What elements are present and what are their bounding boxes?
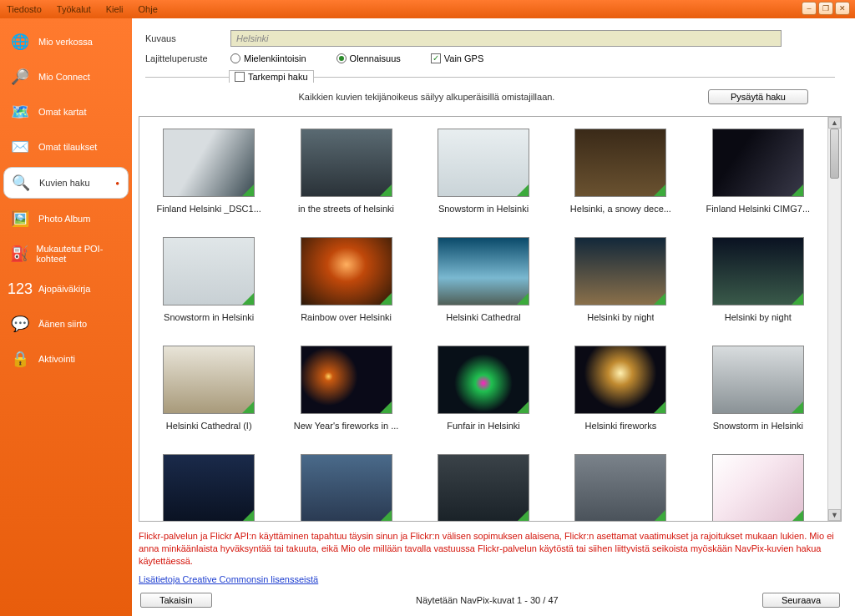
scroll-thumb[interactable] bbox=[830, 129, 839, 179]
window-controls: – ❐ ✕ bbox=[802, 2, 850, 15]
scroll-up-icon[interactable]: ▲ bbox=[828, 117, 841, 129]
sidebar-item-0[interactable]: 🌐Mio verkossa bbox=[3, 27, 129, 57]
thumbnail[interactable]: Finland Helsinki CIMG7... bbox=[694, 129, 822, 214]
thumbnail-image[interactable] bbox=[163, 237, 255, 305]
sidebar-item-label: Omat kartat bbox=[38, 107, 86, 117]
sidebar-item-label: Mukautetut POI-kohteet bbox=[36, 244, 124, 264]
thumbnail[interactable] bbox=[556, 454, 685, 521]
sort-option-1[interactable]: Olennaisuus bbox=[336, 53, 401, 63]
thumbnail-label: Helsinki Cathedral (I) bbox=[166, 421, 252, 431]
description-input[interactable] bbox=[230, 30, 782, 47]
sidebar-item-7[interactable]: 123Ajopäiväkirja bbox=[3, 274, 129, 304]
stop-search-button[interactable]: Pysäytä haku bbox=[708, 89, 808, 104]
thumbnail[interactable]: Funfair in Helsinki bbox=[419, 346, 548, 431]
back-button[interactable]: Takaisin bbox=[140, 593, 212, 608]
thumbnail-image[interactable] bbox=[574, 346, 666, 414]
thumbnail[interactable]: Snowstorm in Helsinki bbox=[419, 129, 548, 214]
menu-tools[interactable]: Työkalut bbox=[57, 4, 91, 14]
sort-option-label: Mielenkiintoisin bbox=[244, 53, 306, 63]
thumbnail-image[interactable] bbox=[301, 346, 392, 414]
scroll-down-icon[interactable]: ▼ bbox=[828, 509, 841, 521]
thumbnail-label: Finland Helsinki _DSC1... bbox=[157, 204, 261, 214]
radio-icon[interactable] bbox=[230, 53, 240, 63]
thumbnail-label: Rainbow over Helsinki bbox=[301, 312, 392, 322]
thumbnail-label: Helsinki Cathedral bbox=[446, 312, 520, 322]
body: 🌐Mio verkossa🔎Mio Connect🗺️Omat kartat✉️… bbox=[0, 18, 855, 616]
thumbnail[interactable]: in the streets of helsinki bbox=[281, 129, 410, 214]
thumbnail-image[interactable] bbox=[712, 237, 804, 305]
thumbnail[interactable]: Helsinki Cathedral bbox=[419, 237, 548, 322]
radio-icon[interactable] bbox=[336, 53, 347, 63]
sidebar-item-label: Mio Connect bbox=[38, 72, 90, 82]
sidebar-item-4[interactable]: 🔍Kuvien haku bbox=[3, 167, 129, 199]
thumbnail[interactable]: Helsinki fireworks bbox=[556, 346, 685, 431]
gps-badge-icon bbox=[654, 401, 665, 413]
sidebar-item-9[interactable]: 🔒Aktivointi bbox=[3, 344, 129, 374]
thumbnail-image[interactable] bbox=[712, 454, 804, 521]
thumbnail[interactable] bbox=[144, 454, 273, 521]
thumbnail-label: Helsinki fireworks bbox=[585, 421, 657, 431]
menu-help[interactable]: Ohje bbox=[139, 4, 158, 14]
thumbnail[interactable] bbox=[281, 454, 410, 521]
gps-badge-icon bbox=[792, 184, 803, 196]
sidebar-item-6[interactable]: ⛽Mukautetut POI-kohteet bbox=[3, 239, 129, 269]
gps-badge-icon bbox=[380, 401, 392, 413]
thumbnail-image[interactable] bbox=[574, 129, 666, 197]
thumbnail-image[interactable] bbox=[301, 129, 392, 197]
gallery-scroll[interactable]: Finland Helsinki _DSC1...in the streets … bbox=[139, 117, 827, 521]
gps-badge-icon bbox=[654, 293, 665, 305]
menu-file[interactable]: Tiedosto bbox=[7, 4, 42, 14]
sidebar-item-label: Ajopäiväkirja bbox=[38, 284, 90, 294]
thumbnail-image[interactable] bbox=[712, 129, 804, 197]
cc-license-link[interactable]: Lisätietoja Creative Commonsin lisenssei… bbox=[132, 571, 855, 589]
thumbnail-image[interactable] bbox=[163, 129, 255, 197]
gps-badge-icon bbox=[654, 184, 665, 196]
maximize-button[interactable]: ❐ bbox=[818, 2, 833, 15]
sidebar-item-8[interactable]: 💬Äänen siirto bbox=[3, 309, 129, 339]
thumbnail[interactable]: Finland Helsinki _DSC1... bbox=[144, 129, 273, 214]
close-button[interactable]: ✕ bbox=[835, 2, 850, 15]
thumbnail-image[interactable] bbox=[712, 346, 804, 414]
thumbnail[interactable]: Helsinki, a snowy dece... bbox=[556, 129, 685, 214]
thumbnail-image[interactable] bbox=[438, 454, 529, 521]
minimize-button[interactable]: – bbox=[802, 2, 817, 15]
sidebar-item-label: Äänen siirto bbox=[38, 319, 87, 329]
thumbnail-image[interactable] bbox=[574, 454, 666, 521]
thumbnail-image[interactable] bbox=[301, 237, 392, 305]
thumbnail-image[interactable] bbox=[438, 237, 529, 305]
copyright-note: Kaikkien kuvien tekijänoikeus säilyy alk… bbox=[145, 92, 708, 102]
menu-language[interactable]: Kieli bbox=[106, 4, 124, 14]
thumbnail-image[interactable] bbox=[301, 454, 392, 521]
advanced-search-toggle[interactable]: Tarkempi haku bbox=[229, 70, 314, 83]
sort-option-0[interactable]: Mielenkiintoisin bbox=[230, 53, 306, 63]
sidebar-item-1[interactable]: 🔎Mio Connect bbox=[3, 62, 129, 92]
sort-option-2[interactable]: Vain GPS bbox=[431, 53, 484, 63]
thumbnail[interactable]: Helsinki by night bbox=[694, 237, 822, 322]
gallery: Finland Helsinki _DSC1...in the streets … bbox=[139, 116, 842, 522]
sidebar-item-label: Mio verkossa bbox=[38, 37, 93, 47]
thumbnail[interactable]: New Year's fireworks in ... bbox=[281, 346, 410, 431]
checkbox-icon[interactable] bbox=[431, 53, 441, 63]
sidebar-item-3[interactable]: ✉️Omat tilaukset bbox=[3, 132, 129, 162]
advanced-search-checkbox[interactable] bbox=[235, 72, 245, 82]
sidebar-item-5[interactable]: 🖼️Photo Album bbox=[3, 204, 129, 234]
thumbnail[interactable]: Helsinki by night bbox=[556, 237, 685, 322]
thumbnail-image[interactable] bbox=[163, 454, 255, 521]
thumbnail-image[interactable] bbox=[163, 346, 255, 414]
thumbnail-label: Finland Helsinki CIMG7... bbox=[706, 204, 810, 214]
next-button[interactable]: Seuraava bbox=[762, 593, 840, 608]
thumbnail[interactable]: Snowstorm in Helsinki bbox=[144, 237, 273, 322]
thumbnail-image[interactable] bbox=[438, 129, 529, 197]
sidebar-icon: ✉️ bbox=[8, 137, 32, 157]
thumbnail[interactable]: Snowstorm in Helsinki bbox=[694, 346, 822, 431]
sidebar-item-2[interactable]: 🗺️Omat kartat bbox=[3, 97, 129, 127]
sidebar-icon: 🗺️ bbox=[8, 102, 32, 122]
thumbnail[interactable] bbox=[694, 454, 822, 521]
thumbnail-image[interactable] bbox=[574, 237, 666, 305]
thumbnail-image[interactable] bbox=[438, 346, 529, 414]
thumbnail-label: Helsinki by night bbox=[725, 312, 792, 322]
scrollbar[interactable]: ▲ ▼ bbox=[827, 117, 841, 521]
thumbnail[interactable]: Rainbow over Helsinki bbox=[281, 237, 410, 322]
thumbnail[interactable]: Helsinki Cathedral (I) bbox=[144, 346, 273, 431]
thumbnail[interactable] bbox=[419, 454, 548, 521]
